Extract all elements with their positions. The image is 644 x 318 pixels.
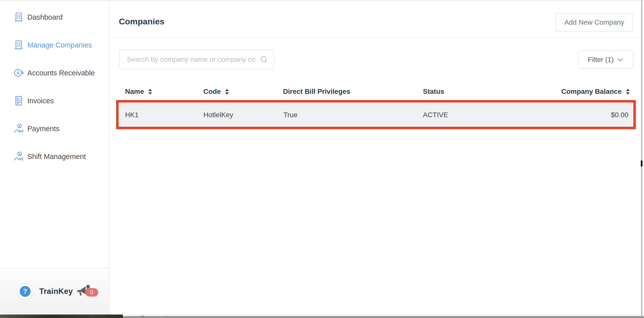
search-icon xyxy=(260,55,268,64)
cell-code: HotlelKey xyxy=(204,111,233,119)
sidebar-footer: ? TrainKey 0 xyxy=(0,268,109,314)
column-header-code[interactable]: Code xyxy=(204,85,229,98)
column-header-name[interactable]: Name xyxy=(125,85,152,98)
header-divider xyxy=(110,38,644,39)
sidebar: Dashboard Manage Companies $ xyxy=(0,1,110,314)
page-title: Companies xyxy=(119,17,164,26)
svg-text:$: $ xyxy=(19,125,20,128)
table-row[interactable]: HK1 HotlelKey True ACTIVE $0.00 xyxy=(120,104,632,126)
sidebar-item-label: Payments xyxy=(27,125,60,133)
sidebar-item-invoices[interactable]: $ Invoices xyxy=(0,87,109,115)
svg-text:$: $ xyxy=(17,70,20,75)
sort-arrows-icon xyxy=(225,89,229,95)
sidebar-item-label: Invoices xyxy=(27,97,54,105)
filter-button[interactable]: Filter (1) xyxy=(578,51,633,69)
main-content: Companies Add New Company Filter (1) Nam… xyxy=(110,1,644,314)
sidebar-item-manage-companies[interactable]: Manage Companies xyxy=(0,31,109,59)
hand-coin-icon: $ xyxy=(13,123,24,134)
sidebar-nav: Dashboard Manage Companies $ xyxy=(0,1,109,170)
search-box xyxy=(119,50,274,69)
window-top-edge xyxy=(0,0,644,1)
sidebar-item-label: Dashboard xyxy=(27,13,63,22)
sidebar-item-payments[interactable]: $ Payments xyxy=(0,115,109,143)
sidebar-item-dashboard[interactable]: Dashboard xyxy=(0,3,109,31)
help-button[interactable]: ? xyxy=(17,283,33,299)
invoice-document-icon: $ xyxy=(13,95,24,107)
sidebar-item-label: Manage Companies xyxy=(27,41,92,49)
svg-text:$: $ xyxy=(19,153,20,156)
scrollbar-thumb[interactable] xyxy=(641,160,642,166)
cell-company-balance: $0.00 xyxy=(611,111,628,119)
hand-coin-icon: $ xyxy=(13,151,24,162)
filter-label: Filter (1) xyxy=(588,56,614,64)
sidebar-item-accounts-receivable[interactable]: $ Accounts Receivable xyxy=(0,59,109,87)
annotation-highlight-box: HK1 HotlelKey True ACTIVE $0.00 xyxy=(116,100,636,129)
search-input[interactable] xyxy=(119,50,274,69)
trainkey-brand-label: TrainKey xyxy=(39,287,73,296)
sidebar-item-label: Accounts Receivable xyxy=(27,69,95,77)
svg-text:$: $ xyxy=(17,97,18,101)
question-mark-icon: ? xyxy=(20,286,30,297)
chevron-down-icon xyxy=(618,58,623,62)
cell-name: HK1 xyxy=(125,111,138,119)
sort-arrows-icon xyxy=(626,89,630,95)
notification-badge: 0 xyxy=(85,288,98,296)
sidebar-item-shift-management[interactable]: $ Shift Management xyxy=(0,143,109,170)
cell-direct-bill-privileges: True xyxy=(284,111,298,119)
column-header-direct-bill-privileges: Direct Bill Privileges xyxy=(283,85,350,98)
dollar-circle-arrow-icon: $ xyxy=(13,67,24,79)
company-clipboard-icon xyxy=(13,12,24,23)
sort-arrows-icon xyxy=(148,89,152,95)
announcements-button[interactable]: 0 xyxy=(76,284,99,298)
company-clipboard-icon xyxy=(13,39,24,51)
cell-status: ACTIVE xyxy=(423,111,448,119)
table-header-row: Name Code Direct Bill Privileges Status … xyxy=(110,85,644,98)
column-header-status: Status xyxy=(423,85,444,98)
sidebar-item-label: Shift Management xyxy=(27,153,86,161)
add-new-company-button[interactable]: Add New Company xyxy=(556,13,633,32)
scrollbar-track xyxy=(641,0,642,318)
desktop-background-window-edge: Documents xyxy=(123,314,644,318)
column-header-company-balance[interactable]: Company Balance xyxy=(561,85,630,98)
